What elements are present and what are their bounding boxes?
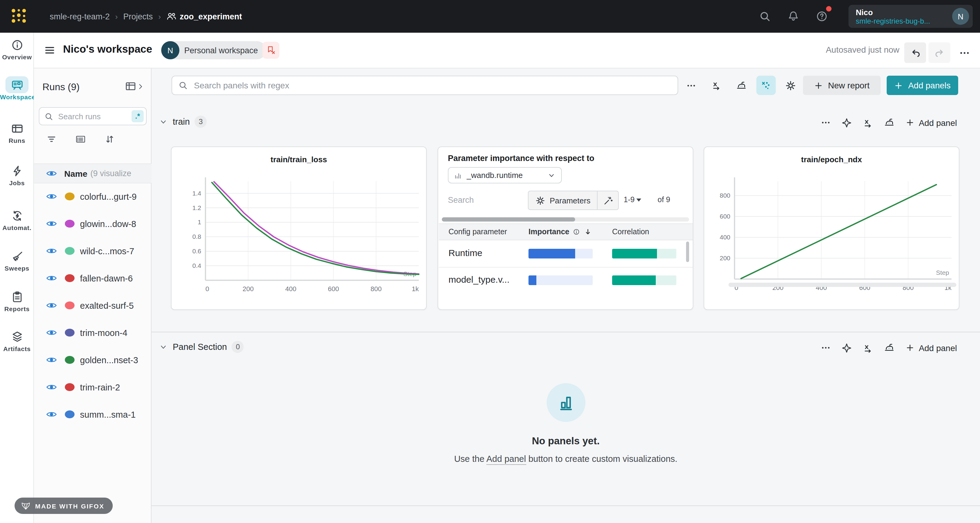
more-dots-icon[interactable]	[821, 117, 831, 128]
visibility-icon[interactable]	[46, 410, 57, 418]
run-name[interactable]: summ...sma-1	[80, 409, 136, 419]
run-search-input[interactable]	[57, 111, 128, 121]
clear-workspace-button[interactable]	[262, 42, 279, 59]
run-row[interactable]: trim-moon-4	[34, 319, 151, 346]
add-panel-button[interactable]: Add panel	[905, 343, 957, 353]
column-importance[interactable]: Importance	[528, 228, 592, 236]
redo-button[interactable]	[929, 42, 950, 63]
group-list-icon[interactable]	[75, 134, 86, 145]
more-dots-icon[interactable]	[821, 342, 831, 353]
x-axis-icon[interactable]	[862, 117, 873, 128]
scrollbar-thumb[interactable]	[442, 217, 575, 222]
param-row[interactable]: model_type.v...	[439, 267, 693, 293]
x-axis-icon[interactable]	[862, 342, 873, 353]
visibility-icon[interactable]	[46, 192, 57, 200]
run-name[interactable]: trim-moon-4	[80, 328, 127, 338]
hamburger-menu-icon[interactable]	[44, 44, 56, 56]
panel-parameter-importance[interactable]: Parameter importance with respect to _wa…	[438, 146, 693, 310]
vertical-scrollbar[interactable]	[686, 241, 689, 262]
visibility-icon[interactable]	[46, 383, 57, 391]
run-list-header-name[interactable]: Name	[64, 169, 87, 178]
visibility-icon[interactable]	[46, 220, 57, 228]
sidebar-item-jobs[interactable]: Jobs	[0, 165, 34, 187]
add-panel-link[interactable]: Add panel	[486, 454, 526, 465]
sidebar-item-artifacts[interactable]: Artifacts	[0, 331, 34, 352]
regex-toggle[interactable]: .*	[132, 110, 144, 122]
breadcrumb-project[interactable]: zoo_experiment	[166, 12, 242, 21]
outliers-toggle-button[interactable]	[756, 76, 776, 95]
run-name[interactable]: fallen-dawn-6	[80, 273, 133, 283]
column-config-parameter[interactable]: Config parameter	[449, 228, 507, 236]
run-name[interactable]: exalted-surf-5	[80, 301, 134, 310]
run-row[interactable]: glowin...dow-8	[34, 210, 151, 237]
search-icon[interactable]	[759, 10, 771, 22]
visibility-all-icon[interactable]	[46, 170, 57, 178]
sidebar-item-sweeps[interactable]: Sweeps	[0, 250, 34, 272]
smoothing-settings-button[interactable]	[732, 76, 751, 95]
sidebar-item-overview[interactable]: Overview	[0, 39, 34, 60]
new-report-button[interactable]: New report	[803, 76, 881, 95]
sidebar-item-workspace[interactable]: Workspace	[0, 79, 34, 100]
redo-icon	[934, 47, 945, 59]
run-row[interactable]: wild-c...mos-7	[34, 237, 151, 265]
search-icon	[44, 112, 53, 121]
run-name[interactable]: wild-c...mos-7	[80, 246, 134, 256]
run-name[interactable]: golden...nset-3	[80, 355, 138, 365]
x-axis-settings-button[interactable]	[707, 76, 726, 95]
panel-search-input[interactable]	[193, 80, 671, 91]
horizontal-scrollbar[interactable]	[442, 217, 689, 222]
pagination-range-select[interactable]: 1-9	[624, 195, 641, 204]
panel-train-loss[interactable]: train/train_loss 0.40.60.811.21.40200400…	[171, 146, 427, 310]
run-name[interactable]: glowin...dow-8	[80, 219, 136, 228]
undo-button[interactable]	[904, 42, 926, 63]
add-panels-button[interactable]: Add panels	[887, 76, 958, 95]
run-row[interactable]: exalted-surf-5	[34, 292, 151, 319]
magic-wand-button[interactable]	[598, 191, 619, 210]
sort-icon[interactable]	[104, 134, 115, 145]
column-correlation[interactable]: Correlation	[612, 228, 649, 236]
undo-icon	[909, 47, 921, 59]
chart-horizontal-scrollbar[interactable]	[729, 283, 956, 287]
help-icon[interactable]	[816, 10, 828, 22]
sidebar-item-reports[interactable]: Reports	[0, 290, 34, 312]
user-menu[interactable]: Nico smle-registries-bug-b... N	[848, 5, 973, 28]
workspace-settings-button[interactable]	[781, 76, 800, 95]
expand-runs-table-button[interactable]	[125, 81, 145, 92]
workspace-overflow-menu[interactable]	[953, 42, 975, 63]
panel-epoch-ndx[interactable]: train/epoch_ndx 200400600800020040060080…	[704, 146, 959, 310]
breadcrumb-projects[interactable]: Projects	[123, 12, 153, 21]
panel-search-overflow[interactable]	[681, 76, 701, 95]
visibility-icon[interactable]	[46, 356, 57, 364]
pin-section-icon[interactable]	[841, 342, 852, 353]
add-panel-button[interactable]: Add panel	[905, 118, 957, 127]
run-row[interactable]: trim-rain-2	[34, 374, 151, 401]
param-row[interactable]: Runtime	[439, 240, 693, 268]
visibility-icon[interactable]	[46, 329, 57, 336]
filter-icon[interactable]	[46, 134, 57, 145]
smoothing-iron-icon[interactable]	[884, 342, 895, 353]
visibility-icon[interactable]	[46, 274, 57, 282]
visibility-icon[interactable]	[46, 247, 57, 255]
pin-section-icon[interactable]	[841, 117, 852, 128]
caret-down-icon	[636, 198, 641, 201]
avatar[interactable]: N	[952, 8, 969, 25]
parameters-button[interactable]: Parameters	[528, 191, 598, 210]
personal-workspace-badge[interactable]: N Personal workspace	[161, 41, 266, 59]
bell-icon[interactable]	[787, 10, 799, 22]
section-header-panel-section[interactable]: Panel Section 0	[159, 341, 244, 353]
run-row[interactable]: golden...nset-3	[34, 346, 151, 374]
breadcrumb-team[interactable]: smle-reg-team-2	[50, 12, 110, 21]
run-name[interactable]: trim-rain-2	[80, 382, 120, 392]
metric-select[interactable]: _wandb.runtime	[448, 167, 562, 184]
wandb-logo-icon[interactable]	[10, 7, 28, 25]
sidebar-item-runs[interactable]: Runs	[0, 122, 34, 144]
section-header-train[interactable]: train 3	[159, 116, 207, 128]
visibility-icon[interactable]	[46, 301, 57, 309]
sidebar-item-automat[interactable]: Automat.	[0, 209, 34, 231]
smoothing-iron-icon[interactable]	[884, 117, 895, 128]
run-row[interactable]: fallen-dawn-6	[34, 265, 151, 292]
run-name[interactable]: colorfu...gurt-9	[80, 192, 137, 201]
param-search-placeholder[interactable]: Search	[448, 195, 474, 204]
run-row[interactable]: summ...sma-1	[34, 401, 151, 428]
run-row[interactable]: colorfu...gurt-9	[34, 183, 151, 210]
